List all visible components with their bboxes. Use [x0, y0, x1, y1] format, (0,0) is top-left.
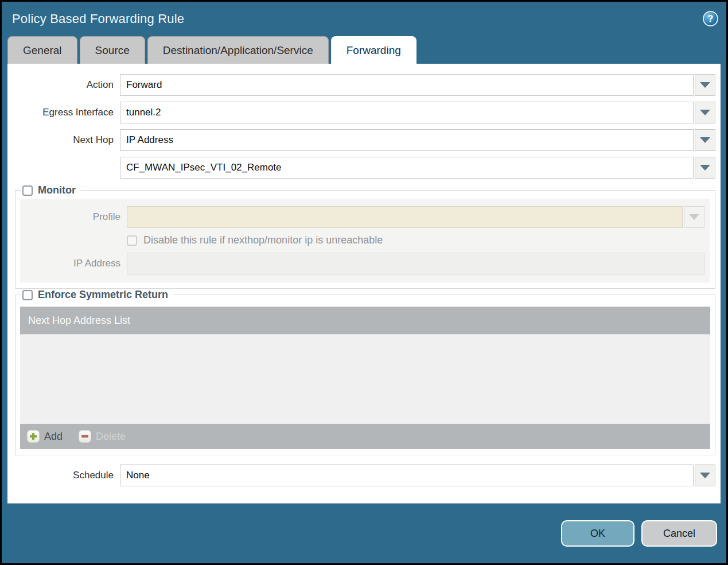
minus-icon	[79, 430, 91, 443]
action-label: Action	[7, 79, 120, 91]
monitor-ip-row: IP Address	[20, 253, 704, 274]
next-hop-label: Next Hop	[7, 134, 120, 146]
chevron-down-icon	[700, 165, 710, 171]
monitor-ip-label: IP Address	[20, 258, 127, 269]
next-hop-address-dropdown-button[interactable]	[695, 157, 715, 179]
profile-row: Profile	[20, 206, 704, 228]
profile-select	[127, 206, 683, 228]
next-hop-address-list-body[interactable]	[20, 334, 710, 424]
monitor-legend: Monitor	[21, 184, 80, 196]
monitor-ip-input	[127, 253, 704, 274]
egress-interface-row: Egress Interface tunnel.2	[7, 102, 715, 123]
chevron-down-icon	[700, 137, 710, 143]
schedule-row: Schedule None	[7, 465, 715, 486]
dialog-footer: OK Cancel	[2, 504, 726, 547]
action-select[interactable]: Forward	[120, 74, 694, 96]
delete-button-label: Delete	[96, 431, 126, 443]
next-hop-dropdown-button[interactable]	[695, 129, 715, 151]
monitor-panel: Profile Disable this rule if nexthop/mon…	[20, 199, 710, 282]
next-hop-type-select[interactable]: IP Address	[120, 129, 694, 151]
help-icon[interactable]: ?	[703, 11, 718, 26]
next-hop-address-select[interactable]: CF_MWAN_IPsec_VTI_02_Remote	[120, 157, 694, 179]
add-button-label: Add	[44, 431, 63, 443]
add-button[interactable]: Add	[27, 430, 63, 443]
profile-dropdown-button	[684, 206, 704, 228]
egress-interface-dropdown-button[interactable]	[695, 102, 715, 123]
delete-button: Delete	[79, 430, 126, 443]
action-dropdown-button[interactable]	[695, 74, 715, 96]
dialog-title: Policy Based Forwarding Rule	[12, 11, 184, 26]
monitor-section: Monitor Profile Disable this rule if nex…	[15, 184, 715, 289]
tab-forwarding[interactable]: Forwarding	[331, 36, 416, 64]
symmetric-return-legend-label: Enforce Symmetric Return	[38, 289, 168, 301]
chevron-down-icon	[700, 473, 710, 478]
next-hop-row: Next Hop IP Address	[7, 129, 715, 151]
cancel-button[interactable]: Cancel	[641, 520, 717, 547]
ok-button[interactable]: OK	[561, 520, 634, 547]
dialog-titlebar: Policy Based Forwarding Rule ?	[2, 2, 726, 36]
symmetric-return-checkbox[interactable]	[22, 290, 33, 300]
tab-bar: General Source Destination/Application/S…	[2, 36, 726, 64]
action-row: Action Forward	[7, 74, 715, 96]
profile-label: Profile	[20, 211, 127, 223]
schedule-label: Schedule	[7, 470, 120, 481]
disable-rule-checkbox	[127, 235, 137, 246]
chevron-down-icon	[700, 110, 710, 115]
tab-destination-application-service[interactable]: Destination/Application/Service	[147, 36, 329, 64]
egress-interface-label: Egress Interface	[7, 107, 120, 118]
next-hop-address-list-table: Next Hop Address List Add Delete	[20, 307, 710, 449]
schedule-select[interactable]: None	[120, 465, 694, 486]
schedule-dropdown-button[interactable]	[695, 465, 715, 486]
tab-general[interactable]: General	[7, 36, 77, 64]
symmetric-return-section: Enforce Symmetric Return Next Hop Addres…	[15, 289, 715, 455]
symmetric-return-legend: Enforce Symmetric Return	[21, 289, 173, 301]
egress-interface-select[interactable]: tunnel.2	[120, 102, 694, 123]
next-hop-address-list-header: Next Hop Address List	[20, 307, 710, 334]
policy-forwarding-dialog: Policy Based Forwarding Rule ? General S…	[0, 0, 728, 565]
chevron-down-icon	[700, 82, 710, 88]
tab-source[interactable]: Source	[80, 36, 145, 64]
monitor-checkbox[interactable]	[22, 185, 33, 196]
monitor-legend-label: Monitor	[38, 184, 76, 196]
disable-rule-label: Disable this rule if nexthop/monitor ip …	[143, 234, 383, 246]
forwarding-tab-panel: Action Forward Egress Interface tunnel.2…	[7, 64, 721, 504]
plus-icon	[27, 430, 40, 443]
disable-rule-row: Disable this rule if nexthop/monitor ip …	[20, 234, 704, 246]
next-hop-address-row: CF_MWAN_IPsec_VTI_02_Remote	[7, 157, 715, 179]
next-hop-address-list-toolbar: Add Delete	[20, 424, 710, 449]
chevron-down-icon	[689, 214, 699, 220]
